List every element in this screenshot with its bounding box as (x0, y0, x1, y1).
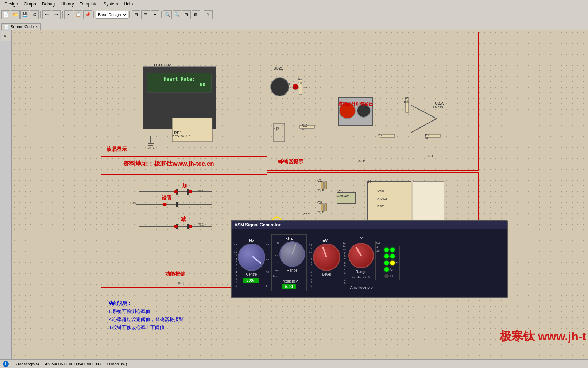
annotation-link: 资料地址：极寒钛www.jh-tec.cn (123, 160, 214, 168)
grid-button[interactable]: ⊞ (132, 10, 140, 19)
btn-add-label: 加 (182, 183, 187, 189)
lcd-line1: Heart Rate: (163, 76, 195, 82)
zoom-fit-button[interactable]: ⊡ (182, 10, 191, 19)
desc-line3: 3.按键可修改心率上下阈值 (108, 324, 183, 331)
zoom-in-button[interactable]: 🔍 (163, 10, 172, 19)
paste-button[interactable]: 📌 (83, 10, 92, 19)
amp-right-scale: 0.1110 (376, 241, 380, 285)
menu-design[interactable]: Design (1, 1, 21, 7)
amp-range-label: Range (356, 270, 366, 274)
amp-range-scale: 1211109 (352, 275, 370, 279)
c2-label: C2 (317, 201, 322, 205)
u2a-label: U2:A (435, 101, 444, 106)
menu-library[interactable]: Library (58, 1, 77, 7)
range-knob[interactable] (279, 241, 305, 267)
svg-rect-32 (176, 202, 178, 207)
hz-unit: Hz (249, 238, 254, 243)
xtal1-label: XTAL1 (377, 189, 387, 193)
cut-button[interactable]: ✂ (64, 10, 73, 19)
statusbar: i 6 Message(s) ANIMATING: 00:00:40.80000… (0, 359, 588, 368)
redo-button[interactable]: ↪ (52, 10, 61, 19)
svg-point-7 (271, 78, 289, 96)
schematic-canvas[interactable]: Heart Rate: 60 LCD1602 RP1 RESPACK-8 液晶显… (12, 30, 588, 359)
amplitude-knob[interactable] (348, 243, 374, 268)
svg-rect-23 (325, 204, 327, 211)
p30-label: P30 (130, 201, 136, 204)
zoom-out-button[interactable]: 🔍 (173, 10, 181, 19)
desc-title: 功能说明： (108, 300, 183, 307)
r3-val: 100 (298, 81, 303, 85)
design-dropdown[interactable]: Base Design (96, 11, 128, 19)
new-button[interactable]: 📄 (1, 10, 10, 19)
add-button[interactable]: + (151, 10, 159, 19)
led-1 (384, 248, 398, 252)
vsm-panel[interactable]: VSM Signal Generator Hz 1211109876543210 (231, 220, 508, 298)
main-area: S (0, 30, 588, 359)
led-tilde: ~ (396, 261, 398, 265)
sep4 (129, 11, 130, 18)
help-button[interactable]: ? (204, 10, 213, 19)
svg-rect-36 (176, 224, 178, 229)
canvas-area[interactable]: Heart Rate: 60 LCD1602 RP1 RESPACK-8 液晶显… (12, 30, 588, 359)
svg-rect-10 (274, 123, 285, 142)
q2-label: Q2 (274, 127, 279, 131)
menu-graph[interactable]: Graph (21, 1, 39, 7)
lcd-label: LCD1602 (154, 63, 171, 67)
print-button[interactable]: 🖨 (30, 10, 39, 19)
range-label: Range (287, 268, 297, 272)
buzzer-section-label: 蜂鸣器提示 (278, 158, 303, 165)
led-green-2 (390, 248, 395, 252)
desc-line1: 1.系统可检测心率值 (108, 308, 183, 315)
ir-section-label: 模拟红外对管输出 (338, 101, 373, 107)
mv-unit: mV (321, 238, 328, 243)
xtal2-label: XTAL2 (377, 197, 387, 200)
led-yellow-1 (390, 261, 395, 265)
svg-marker-15 (411, 105, 437, 133)
tab-close-button[interactable]: × (35, 25, 38, 29)
led-off-1 (384, 274, 389, 278)
led-green-1 (384, 248, 389, 252)
khz-unit: kHz (286, 236, 293, 241)
c83-label: C83 (303, 212, 310, 216)
r3-label: R3 (298, 77, 302, 81)
open-button[interactable]: 📂 (11, 10, 20, 19)
rp1-sublabel: RESPACK-8 (172, 134, 190, 138)
btn-dec-label: 减 (181, 216, 186, 223)
p31-label: P31 (198, 189, 204, 193)
save-button[interactable]: 💾 (20, 10, 29, 19)
led-green-6 (384, 267, 389, 272)
buz1-label: BUZ1 (274, 66, 283, 70)
vsm-title[interactable]: VSM Signal Generator (232, 221, 507, 229)
level-knob[interactable] (313, 244, 340, 271)
led-bi: Bi (390, 274, 393, 278)
svg-rect-37 (187, 224, 189, 229)
menu-template[interactable]: Template (77, 1, 101, 7)
led-green-4 (390, 254, 395, 258)
led-2 (384, 254, 398, 258)
vsm-amplitude-section: V 1211109876543210 Range (343, 236, 380, 290)
tab-source-code[interactable]: 📄 Source Code × (1, 23, 41, 30)
tabbar: 📄 Source Code × (0, 21, 588, 30)
gnd2-label: GND (177, 281, 184, 285)
undo-button[interactable]: ↩ (42, 10, 51, 19)
zoom-area-button[interactable]: ⊠ (192, 10, 200, 19)
frequency-value[interactable]: 5.00 (282, 284, 296, 289)
left-panel-s[interactable]: S (1, 31, 11, 41)
amp-scale: 1211109876543210 (343, 241, 346, 285)
grid2-button[interactable]: ⊟ (141, 10, 150, 19)
left-panel: S (0, 30, 12, 359)
svg-point-30 (174, 190, 178, 193)
centre-knob[interactable] (238, 244, 265, 271)
centre-scale-left: 1211109876543210 (234, 244, 237, 287)
status-icon: i (3, 361, 9, 367)
vsm-level-section: mV 1211109876543210 Level (309, 238, 340, 287)
centre-value[interactable]: 800m (243, 278, 259, 283)
sep3 (93, 11, 94, 18)
svg-point-41 (189, 225, 192, 228)
menu-debug[interactable]: Debug (39, 1, 58, 7)
menu-help[interactable]: Help (121, 1, 136, 7)
btn-set-label: 设置 (162, 195, 172, 202)
menu-system[interactable]: System (100, 1, 121, 7)
copy-button[interactable]: 📋 (74, 10, 82, 19)
sep6 (202, 11, 202, 18)
